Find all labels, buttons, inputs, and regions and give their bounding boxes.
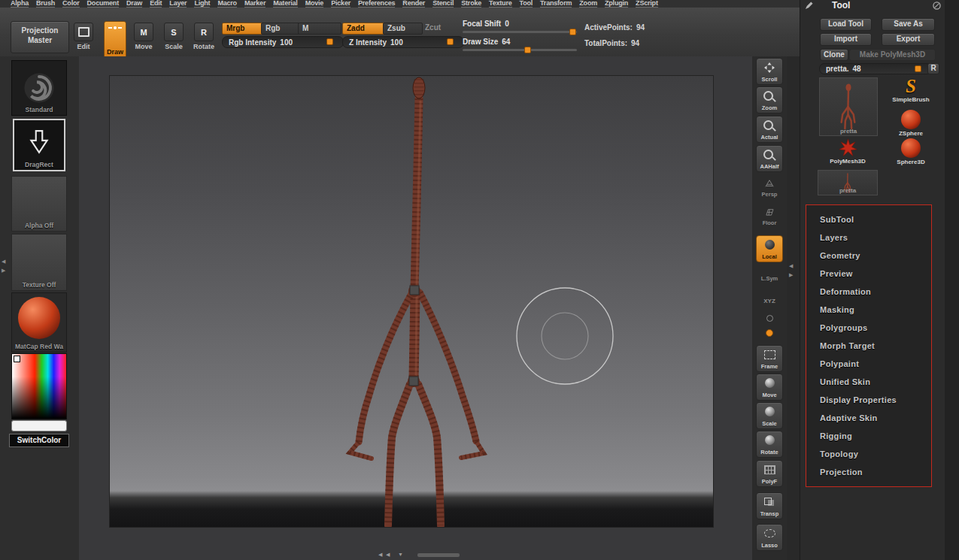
menu-deformation[interactable]: Deformation: [806, 283, 931, 301]
strip-persp-toggle[interactable]: Persp: [756, 175, 783, 199]
menu-render[interactable]: Render: [402, 0, 425, 8]
menu-movie[interactable]: Movie: [305, 0, 324, 8]
switch-color-button[interactable]: SwitchColor: [9, 434, 69, 447]
menu-geometry[interactable]: Geometry: [806, 247, 931, 265]
scroll-left-icon[interactable]: ◀: [378, 552, 382, 558]
simplebrush-tool-item[interactable]: S SimpleBrush: [885, 77, 937, 103]
menu-subtool[interactable]: SubTool: [806, 210, 931, 229]
sphere3d-tool-item[interactable]: Sphere3D: [885, 138, 937, 165]
strip-frame-button[interactable]: Frame: [756, 345, 783, 372]
strip-transparency-button[interactable]: Transp: [756, 492, 783, 519]
strip-move-button[interactable]: Move: [756, 374, 783, 401]
menu-brush[interactable]: Brush: [36, 0, 55, 8]
menu-tool[interactable]: Tool: [520, 0, 533, 8]
focal-shift-slider[interactable]: Focal Shift 0: [463, 20, 577, 33]
draw-size-slider[interactable]: Draw Size 64: [463, 38, 577, 51]
menu-texture[interactable]: Texture: [489, 0, 511, 8]
strip-marker-toggle[interactable]: [756, 328, 783, 339]
projection-master-button[interactable]: Projection Master: [11, 21, 69, 53]
zsphere-tool-item[interactable]: ZSphere: [885, 110, 937, 137]
left-divider-expand-icon[interactable]: ▶: [2, 268, 5, 274]
color-picker[interactable]: [11, 353, 67, 419]
menu-material[interactable]: Material: [273, 0, 297, 8]
draw-button[interactable]: Draw: [104, 21, 126, 59]
m-button[interactable]: M: [298, 23, 341, 35]
strip-floor-toggle[interactable]: Floor: [756, 204, 783, 228]
menu-light[interactable]: Light: [194, 0, 210, 8]
clone-button[interactable]: Clone: [820, 49, 848, 61]
current-alpha-thumbnail[interactable]: Alpha Off: [11, 176, 67, 232]
menu-polypaint[interactable]: Polypaint: [806, 355, 931, 373]
zadd-button[interactable]: Zadd: [342, 23, 384, 35]
strip-actual-button[interactable]: Actual: [756, 116, 783, 143]
export-button[interactable]: Export: [882, 33, 935, 46]
polymesh3d-tool-item[interactable]: PolyMesh3D: [819, 138, 876, 165]
slider-handle[interactable]: [524, 47, 531, 53]
rotate-button[interactable]: R Rotate: [193, 23, 215, 50]
menu-adaptive-skin[interactable]: Adaptive Skin: [806, 409, 931, 427]
menu-zoom[interactable]: Zoom: [579, 0, 597, 8]
left-divider-collapse-icon[interactable]: ◀: [2, 259, 5, 265]
menu-masking[interactable]: Masking: [806, 301, 931, 319]
menu-marker[interactable]: Marker: [244, 0, 266, 8]
save-as-button[interactable]: Save As: [882, 18, 935, 31]
menu-display-properties[interactable]: Display Properties: [806, 391, 931, 409]
import-button[interactable]: Import: [820, 33, 872, 46]
scale-button[interactable]: S Scale: [162, 23, 185, 50]
menu-polygroups[interactable]: Polygroups: [806, 319, 931, 337]
menu-zplugin[interactable]: Zplugin: [605, 0, 628, 8]
menu-stencil[interactable]: Stencil: [432, 0, 454, 8]
strip-xyz-toggle[interactable]: XYZ: [756, 295, 783, 306]
menu-document[interactable]: Document: [87, 0, 119, 8]
strip-scroll-button[interactable]: Scroll: [756, 58, 783, 85]
strip-symmetry-toggle[interactable]: [756, 313, 783, 324]
current-brush-thumbnail[interactable]: Standard: [11, 60, 67, 116]
menu-alpha[interactable]: Alpha: [11, 0, 29, 8]
strip-zoom-button[interactable]: Zoom: [756, 86, 783, 114]
scroll-left-icon[interactable]: ◀: [386, 552, 390, 558]
strip-lasso-button[interactable]: Lasso: [756, 524, 783, 551]
menu-transform[interactable]: Transform: [540, 0, 572, 8]
strip-local-toggle[interactable]: Local: [756, 235, 783, 262]
tool-item-slider[interactable]: pretta. 48: [819, 63, 932, 74]
menu-stroke[interactable]: Stroke: [461, 0, 481, 8]
menu-layers[interactable]: Layers: [806, 229, 931, 247]
rgb-intensity-slider[interactable]: Rgb Intensity 100: [222, 36, 344, 48]
move-button[interactable]: M Move: [132, 23, 155, 50]
zsub-button[interactable]: Zsub: [383, 23, 423, 35]
z-intensity-slider[interactable]: Z Intensity 100: [342, 36, 464, 48]
scroll-down-icon[interactable]: ▼: [398, 552, 403, 558]
strip-rotate-button[interactable]: Rotate: [756, 431, 783, 458]
slider-handle[interactable]: [447, 38, 454, 45]
edit-button[interactable]: Edit: [72, 23, 95, 50]
zcut-button[interactable]: Zcut: [421, 23, 458, 33]
menu-morph-target[interactable]: Morph Target: [806, 337, 931, 355]
slider-handle[interactable]: [569, 29, 576, 35]
menu-layer[interactable]: Layer: [169, 0, 187, 8]
active-tool-thumbnail[interactable]: pretta: [819, 77, 878, 136]
slider-handle[interactable]: [326, 38, 333, 45]
menu-rigging[interactable]: Rigging: [806, 427, 931, 445]
menu-draw[interactable]: Draw: [126, 0, 142, 8]
menu-preferences[interactable]: Preferences: [358, 0, 395, 8]
horizontal-scrollbar-thumb[interactable]: [417, 553, 460, 557]
load-tool-button[interactable]: Load Tool: [820, 18, 872, 31]
menu-preview[interactable]: Preview: [806, 265, 931, 283]
restore-config-button[interactable]: R: [927, 63, 939, 74]
menu-unified-skin[interactable]: Unified Skin: [806, 373, 931, 391]
menu-projection[interactable]: Projection: [806, 463, 931, 481]
rgb-button[interactable]: Rgb: [261, 23, 299, 35]
panel-divider[interactable]: [787, 56, 800, 560]
current-texture-thumbnail[interactable]: Texture Off: [11, 234, 67, 291]
menu-macro[interactable]: Macro: [217, 0, 237, 8]
make-polymesh3d-button[interactable]: Make PolyMesh3D: [849, 49, 936, 61]
current-material-thumbnail[interactable]: MatCap Red Wa: [11, 292, 67, 353]
right-divider-expand-icon[interactable]: ▶: [789, 272, 793, 278]
right-divider-collapse-icon[interactable]: ◀: [789, 263, 793, 269]
menu-topology[interactable]: Topology: [806, 445, 931, 463]
recent-tool-thumbnail[interactable]: pretta: [818, 170, 878, 195]
menu-zscript[interactable]: ZScript: [636, 0, 658, 8]
strip-lsym-toggle[interactable]: L.Sym: [756, 273, 783, 283]
mrgb-button[interactable]: Mrgb: [222, 23, 263, 35]
main-color-swatch[interactable]: [11, 420, 67, 431]
